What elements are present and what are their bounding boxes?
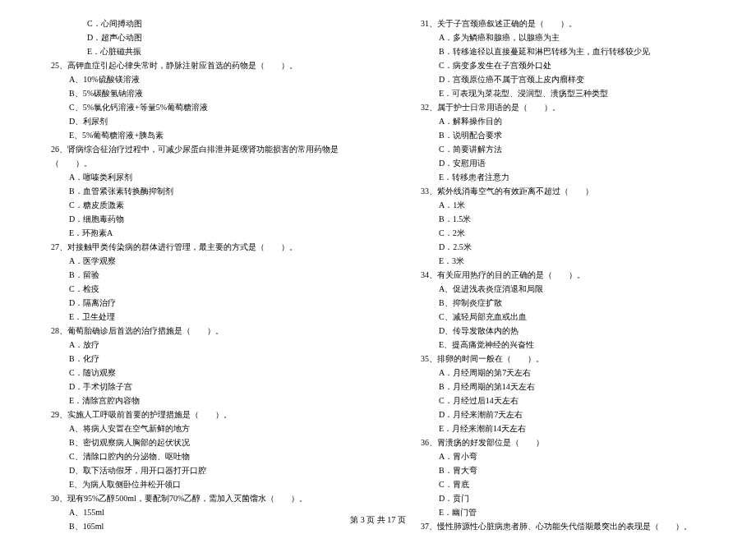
option-text: C．简要讲解方法: [394, 142, 731, 156]
option-text: E．3米: [394, 254, 731, 268]
question-28: 28、葡萄胎确诊后首选的治疗措施是（ ）。: [25, 324, 362, 338]
question-32: 32、属于护士日常用语的是（ ）。: [394, 100, 731, 114]
left-column: C．心间搏动图 D．超声心动图 E．心脏磁共振 25、高钾血症引起心律失常时，静…: [25, 16, 362, 534]
option-text: D．贲门: [394, 491, 731, 505]
option-text: D、取下活动假牙，用开口器打开口腔: [25, 463, 362, 477]
option-text: A．1米: [394, 198, 731, 212]
option-text: B．月经周期的第14天左右: [394, 380, 731, 394]
option-text: D．2.5米: [394, 240, 731, 254]
option-text: A．医学观察: [25, 254, 362, 268]
option-text: B．转移途径以直接蔓延和淋巴转移为主，血行转移较少见: [394, 44, 731, 58]
option-text: C、清除口腔内的分泌物、呕吐物: [25, 449, 362, 463]
option-text: B．1.5米: [394, 212, 731, 226]
option-text: E．环孢素A: [25, 226, 362, 240]
question-29: 29、实施人工呼吸前首要的护理措施是（ ）。: [25, 407, 362, 421]
option-text: C．糖皮质激素: [25, 198, 362, 212]
option-text: A．解释操作目的: [394, 114, 731, 128]
option-text: C．胃底: [394, 477, 731, 491]
question-33: 33、紫外线消毒空气的有效距离不超过（ ）: [394, 184, 731, 198]
question-31: 31、关于子宫颈癌叙述正确的是（ ）。: [394, 16, 731, 30]
option-text: D．安慰用语: [394, 156, 731, 170]
option-text: C．随访观察: [25, 366, 362, 380]
option-text: B、抑制炎症扩散: [394, 296, 731, 310]
option-text: D．细胞毒药物: [25, 212, 362, 226]
option-text: C、减轻局部充血或出血: [394, 310, 731, 324]
option-text: A、10%硫酸镁溶液: [25, 72, 362, 86]
option-text: B．说明配合要求: [394, 128, 731, 142]
option-text: D、传导发散体内的热: [394, 324, 731, 338]
question-25: 25、高钾血症引起心律失常时，静脉注射应首选的药物是（ ）。: [25, 58, 362, 72]
option-text: E、提高痛觉神经的兴奋性: [394, 338, 731, 352]
option-text: E．卫生处理: [25, 310, 362, 324]
option-text: D．宫颈原位癌不属于宫颈上皮内瘤样变: [394, 72, 731, 86]
option-text: A．噻嗪类利尿剂: [25, 170, 362, 184]
question-26: 26、肾病综合征治疗过程中，可减少尿蛋白排泄并延缓肾功能损害的常用药物是（ ）。: [25, 142, 362, 170]
option-text: E．清除宫腔内容物: [25, 394, 362, 407]
option-text: B．胃大弯: [394, 463, 731, 477]
option-text: D．超声心动图: [25, 30, 362, 44]
option-text: D．月经来潮前7天左右: [394, 407, 731, 421]
question-30: 30、现有95%乙醇500ml，要配制70%乙醇，需加入灭菌馏水（ ）。: [25, 491, 362, 505]
option-text: C．检疫: [25, 282, 362, 296]
option-text: D、利尿剂: [25, 114, 362, 128]
option-text: E．心脏磁共振: [25, 44, 362, 58]
question-34: 34、有关应用热疗的目的正确的是（ ）。: [394, 268, 731, 282]
option-text: E、5%葡萄糖溶液+胰岛素: [25, 128, 362, 142]
option-text: B、密切观察病人胸部的起伏状况: [25, 435, 362, 449]
option-text: C．病变多发生在子宫颈外口处: [394, 58, 731, 72]
option-text: E．转移患者注意力: [394, 170, 731, 184]
question-35: 35、排卵的时间一般在（ ）。: [394, 352, 731, 366]
option-text: B．化疗: [25, 352, 362, 366]
page-footer: 第 3 页 共 17 页: [0, 514, 756, 526]
option-text: C、5%氯化钙溶液+等量5%葡萄糖溶液: [25, 100, 362, 114]
option-text: E、为病人取侧卧位并松开领口: [25, 477, 362, 491]
option-text: E．月经来潮前14天左右: [394, 421, 731, 435]
option-text: A、将病人安置在空气新鲜的地方: [25, 421, 362, 435]
option-text: E．可表现为菜花型、浸润型、溃疡型三种类型: [394, 86, 731, 100]
option-text: A．多为鳞癌和腺癌，以腺癌为主: [394, 30, 731, 44]
option-text: A．胃小弯: [394, 449, 731, 463]
content-columns: C．心间搏动图 D．超声心动图 E．心脏磁共振 25、高钾血症引起心律失常时，静…: [25, 16, 731, 534]
option-text: A．月经周期的第7天左右: [394, 366, 731, 380]
option-text: B、5%碳酸氢钠溶液: [25, 86, 362, 100]
option-text: C．月经过后14天左右: [394, 394, 731, 407]
option-text: C．2米: [394, 226, 731, 240]
question-36: 36、胃溃疡的好发部位是（ ）: [394, 435, 731, 449]
option-text: D．手术切除子宫: [25, 380, 362, 394]
option-text: A、促进浅表炎症消退和局限: [394, 282, 731, 296]
option-text: B．血管紧张素转换酶抑制剂: [25, 184, 362, 198]
question-27: 27、对接触甲类传染病的群体进行管理，最主要的方式是（ ）。: [25, 240, 362, 254]
option-text: A．放疗: [25, 338, 362, 352]
right-column: 31、关于子宫颈癌叙述正确的是（ ）。 A．多为鳞癌和腺癌，以腺癌为主 B．转移…: [394, 16, 731, 534]
option-text: C．心间搏动图: [25, 16, 362, 30]
option-text: D．隔离治疗: [25, 296, 362, 310]
option-text: B．留验: [25, 268, 362, 282]
